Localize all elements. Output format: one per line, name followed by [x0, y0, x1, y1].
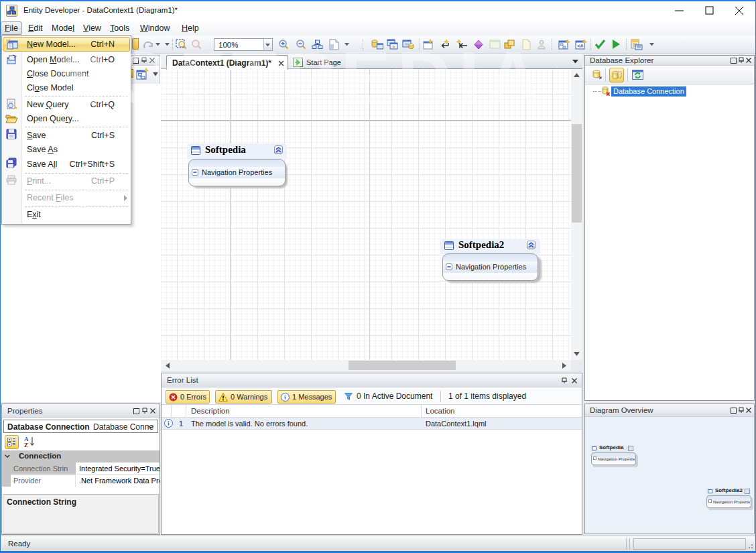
svg-text:Z: Z — [24, 442, 28, 448]
